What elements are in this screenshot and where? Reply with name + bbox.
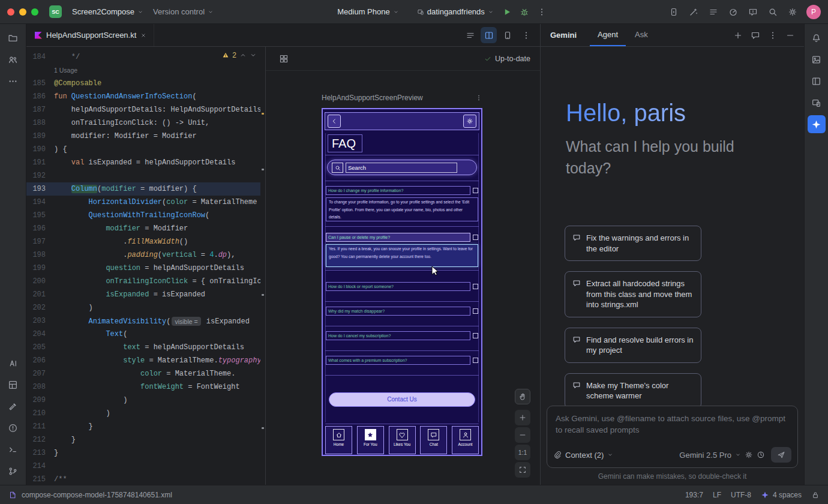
tab-agent[interactable]: Agent [590,24,626,46]
expand-icon[interactable] [473,284,478,289]
code-line[interactable]: 203 AnimatedVisibility(visible = isExpan… [26,314,260,328]
faq-question[interactable]: How do I block or report someone? [326,282,478,291]
more-tool-windows-icon[interactable] [4,72,22,90]
code-line[interactable]: 194 HorizontalDivider(color = MaterialTh… [26,196,260,209]
window-minimize-button[interactable] [19,8,26,16]
ai-actions-icon[interactable] [685,4,701,20]
prompt-input[interactable]: Ask Gemini, use @filename to attach sour… [547,406,798,468]
window-close-button[interactable] [7,8,14,16]
code-view-icon[interactable] [462,27,478,43]
nav-for-you[interactable]: For You [357,426,384,454]
build-icon[interactable] [4,397,22,415]
code-line[interactable]: 197 .fillMaxWidth() [26,235,260,248]
zoom-out-icon[interactable] [515,427,530,443]
file-encoding[interactable]: UTF-8 [731,491,751,499]
preview-canvas[interactable]: HelpAndSupportScreenPreview FAQ [266,71,540,485]
notifications-icon[interactable] [808,29,826,47]
code-line[interactable]: 185@Composable [26,77,260,90]
line-separator[interactable]: LF [713,491,721,499]
expand-icon[interactable] [473,308,478,314]
window-zoom-button[interactable] [31,8,38,16]
close-tab-icon[interactable] [140,32,146,38]
code-line[interactable]: 199 question = helpAndSupportDetails [26,262,260,275]
code-line[interactable]: 204 Text( [26,328,260,341]
zoom-to-fit-icon[interactable] [515,462,530,478]
collaboration-icon[interactable] [4,50,22,68]
code-line[interactable]: 189 modifier: Modifier = Modifier [26,130,260,143]
translations-editor-icon[interactable] [4,354,22,372]
code-line[interactable]: 198 .padding(vertical = 4.dp), [26,248,260,262]
vcs-menu[interactable]: Version control [149,5,218,19]
contact-us-button[interactable]: Contact Us [329,392,475,407]
more-run-actions-icon[interactable] [534,4,550,20]
suggestion-card[interactable]: Extract all hardcoded strings from this … [565,271,701,317]
pan-tool-icon[interactable] [515,389,530,404]
gemini-toolwindow-icon[interactable] [808,115,826,133]
preview-name[interactable]: HelpAndSupportScreenPreview [322,94,423,102]
device-manager-icon[interactable] [808,94,826,112]
hide-panel-icon[interactable] [782,27,798,43]
statusbar-file[interactable]: compose-compose-model-1758748140651.xml [22,491,172,499]
version-control-icon[interactable] [4,462,22,480]
code-line[interactable]: 187 helpAndSupportDetails: HelpAndSuppor… [26,103,260,116]
preview-menu-icon[interactable] [475,94,482,101]
faq-question[interactable]: How do I change my profile information? [326,186,478,195]
preview-layout-icon[interactable] [275,50,292,67]
code-line[interactable]: 211 } [26,420,260,433]
settings-icon[interactable] [784,4,800,20]
terminal-icon[interactable] [4,440,22,458]
code-line[interactable]: 188 onTrailingIconClick: () -> Unit, [26,116,260,130]
device-selector[interactable]: Medium Phone [333,5,403,19]
settings-button[interactable] [463,115,476,128]
layout-inspector-icon[interactable] [808,72,826,90]
attach-context-icon[interactable] [553,451,562,459]
resource-manager-icon[interactable] [4,376,22,394]
code-line[interactable]: 209 ) [26,394,260,407]
suggestion-card[interactable]: Find and resolve build errors in my proj… [565,328,701,363]
code-line[interactable]: 193 Column(modifier = modifier) { [26,182,260,196]
tab-ask[interactable]: Ask [627,24,656,46]
code-line[interactable]: 190) { [26,143,260,156]
ai-status-icon[interactable] [761,491,769,499]
faq-question[interactable]: Why did my match disappear? [326,307,478,316]
code-line[interactable]: 205 text = helpAndSupportDetails [26,341,260,354]
zoom-in-icon[interactable] [515,410,530,425]
code-line[interactable]: 186fun QuestionAndAnswerInfoSection( [26,90,260,103]
code-line[interactable]: 191 val isExpanded = helpAndSupportDetai… [26,156,260,169]
code-editor[interactable]: 184 */1 Usage185@Composable186fun Questi… [26,47,266,485]
expand-icon[interactable] [473,333,478,338]
editor-options-icon[interactable] [518,27,534,43]
expand-icon[interactable] [473,235,478,240]
gemini-settings-icon[interactable] [745,451,753,459]
code-line[interactable]: 214 [26,460,260,473]
model-selector[interactable]: Gemini 2.5 Pro [679,451,731,460]
editor-tab[interactable]: HelpAndSupportScreen.kt [26,24,154,46]
prev-issue-icon[interactable] [239,52,247,59]
nav-home[interactable]: Home [325,426,352,454]
debug-button[interactable] [517,4,533,20]
new-chat-icon[interactable] [730,27,746,43]
search-bar[interactable]: Search [327,160,477,175]
code-line[interactable]: 192 [26,169,260,182]
code-line[interactable]: 195 QuestionWithTrailingIconRow( [26,209,260,222]
prompt-history-icon[interactable] [757,451,765,459]
code-line[interactable]: 206 style = MaterialTheme.typography [26,354,260,367]
problems-icon[interactable] [4,419,22,437]
chat-history-icon[interactable] [747,27,763,43]
nav-likes-you[interactable]: Likes You [389,426,416,454]
split-view-icon[interactable] [481,27,497,43]
code-line[interactable]: 196 modifier = Modifier [26,222,260,235]
run-config-selector[interactable]: datingandfriends [413,5,498,19]
project-menu[interactable]: Screen2Compose [68,5,148,19]
faq-question[interactable]: Can I pause or delete my profile? [326,233,478,242]
code-line[interactable]: 207 color = MaterialTheme. [26,367,260,380]
panel-options-icon[interactable] [764,27,781,43]
code-line[interactable]: 212 } [26,433,260,446]
todo-icon[interactable] [705,4,721,20]
code-line[interactable]: 1 Usage [26,64,260,77]
project-folder-icon[interactable] [4,29,22,47]
avatar[interactable]: P [806,5,821,19]
code-line[interactable]: 200 onTrailingIconClick = { onTrailingIc… [26,275,260,288]
code-line[interactable]: 208 fontWeight = FontWeight [26,380,260,394]
suggestion-card[interactable]: Make my Theme's color scheme warmer [565,373,701,409]
